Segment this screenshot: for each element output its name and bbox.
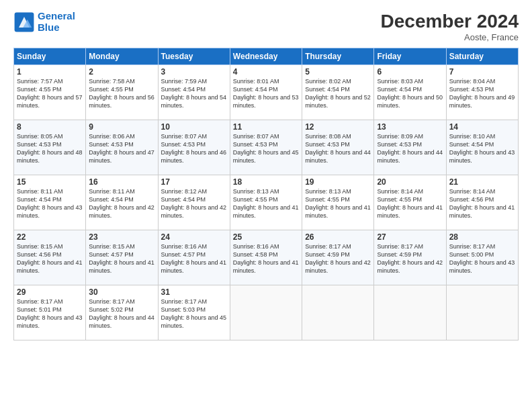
- cell-info: Sunrise: 8:09 AM Sunset: 4:53 PM Dayligh…: [377, 132, 443, 165]
- table-row: [230, 285, 302, 340]
- day-number: 3: [161, 67, 227, 77]
- calendar-table: Sunday Monday Tuesday Wednesday Thursday…: [13, 48, 519, 340]
- calendar-week-row: 8 Sunrise: 8:05 AM Sunset: 4:53 PM Dayli…: [14, 120, 519, 175]
- cell-info: Sunrise: 8:01 AM Sunset: 4:54 PM Dayligh…: [233, 77, 299, 110]
- cell-info: Sunrise: 7:59 AM Sunset: 4:54 PM Dayligh…: [161, 77, 227, 110]
- day-number: 6: [377, 67, 443, 77]
- calendar-week-row: 29 Sunrise: 8:17 AM Sunset: 5:01 PM Dayl…: [14, 285, 519, 340]
- day-number: 27: [377, 232, 443, 242]
- table-row: 29 Sunrise: 8:17 AM Sunset: 5:01 PM Dayl…: [14, 285, 86, 340]
- cell-info: Sunrise: 8:11 AM Sunset: 4:54 PM Dayligh…: [89, 187, 154, 220]
- table-row: 9 Sunrise: 8:06 AM Sunset: 4:53 PM Dayli…: [86, 120, 158, 175]
- col-friday: Friday: [374, 48, 446, 65]
- table-row: 22 Sunrise: 8:15 AM Sunset: 4:56 PM Dayl…: [14, 230, 86, 285]
- logo-line2: Blue: [38, 21, 60, 33]
- col-thursday: Thursday: [302, 48, 374, 65]
- cell-info: Sunrise: 8:03 AM Sunset: 4:54 PM Dayligh…: [377, 77, 443, 110]
- cell-info: Sunrise: 8:02 AM Sunset: 4:54 PM Dayligh…: [305, 77, 371, 110]
- cell-info: Sunrise: 8:17 AM Sunset: 5:03 PM Dayligh…: [161, 298, 227, 330]
- cell-info: Sunrise: 8:07 AM Sunset: 4:53 PM Dayligh…: [233, 132, 299, 165]
- cell-info: Sunrise: 8:14 AM Sunset: 4:55 PM Dayligh…: [377, 187, 443, 220]
- day-number: 30: [89, 287, 154, 297]
- table-row: 11 Sunrise: 8:07 AM Sunset: 4:53 PM Dayl…: [230, 120, 302, 175]
- table-row: 17 Sunrise: 8:12 AM Sunset: 4:54 PM Dayl…: [158, 175, 230, 230]
- day-number: 8: [17, 122, 83, 132]
- day-number: 23: [89, 232, 154, 242]
- cell-info: Sunrise: 8:12 AM Sunset: 4:54 PM Dayligh…: [161, 187, 227, 220]
- cell-info: Sunrise: 8:16 AM Sunset: 4:57 PM Dayligh…: [161, 242, 227, 275]
- table-row: 6 Sunrise: 8:03 AM Sunset: 4:54 PM Dayli…: [374, 65, 446, 120]
- day-number: 16: [89, 177, 154, 187]
- day-number: 28: [449, 232, 515, 242]
- day-number: 13: [377, 122, 443, 132]
- table-row: 26 Sunrise: 8:17 AM Sunset: 4:59 PM Dayl…: [302, 230, 374, 285]
- calendar-header-row: Sunday Monday Tuesday Wednesday Thursday…: [14, 48, 519, 65]
- table-row: 13 Sunrise: 8:09 AM Sunset: 4:53 PM Dayl…: [374, 120, 446, 175]
- day-number: 9: [89, 122, 154, 132]
- day-number: 12: [305, 122, 371, 132]
- cell-info: Sunrise: 8:08 AM Sunset: 4:53 PM Dayligh…: [305, 132, 371, 165]
- day-number: 22: [17, 232, 83, 242]
- table-row: 30 Sunrise: 8:17 AM Sunset: 5:02 PM Dayl…: [86, 285, 158, 340]
- table-row: 25 Sunrise: 8:16 AM Sunset: 4:58 PM Dayl…: [230, 230, 302, 285]
- cell-info: Sunrise: 8:15 AM Sunset: 4:56 PM Dayligh…: [17, 242, 83, 275]
- page: General Blue December 2024 Aoste, France…: [0, 0, 532, 411]
- day-number: 11: [233, 122, 299, 132]
- cell-info: Sunrise: 8:17 AM Sunset: 5:02 PM Dayligh…: [89, 298, 154, 330]
- calendar-week-row: 22 Sunrise: 8:15 AM Sunset: 4:56 PM Dayl…: [14, 230, 519, 285]
- table-row: 20 Sunrise: 8:14 AM Sunset: 4:55 PM Dayl…: [374, 175, 446, 230]
- day-number: 5: [305, 67, 371, 77]
- table-row: 5 Sunrise: 8:02 AM Sunset: 4:54 PM Dayli…: [302, 65, 374, 120]
- table-row: 3 Sunrise: 7:59 AM Sunset: 4:54 PM Dayli…: [158, 65, 230, 120]
- cell-info: Sunrise: 8:17 AM Sunset: 5:01 PM Dayligh…: [17, 298, 83, 330]
- day-number: 7: [449, 67, 515, 77]
- col-tuesday: Tuesday: [158, 48, 230, 65]
- table-row: 8 Sunrise: 8:05 AM Sunset: 4:53 PM Dayli…: [14, 120, 86, 175]
- day-number: 20: [377, 177, 443, 187]
- cell-info: Sunrise: 8:14 AM Sunset: 4:56 PM Dayligh…: [449, 187, 515, 220]
- day-number: 4: [233, 67, 299, 77]
- day-number: 15: [17, 177, 83, 187]
- cell-info: Sunrise: 8:05 AM Sunset: 4:53 PM Dayligh…: [17, 132, 83, 165]
- header: General Blue December 2024 Aoste, France: [13, 11, 519, 42]
- cell-info: Sunrise: 8:16 AM Sunset: 4:58 PM Dayligh…: [233, 242, 299, 275]
- table-row: 4 Sunrise: 8:01 AM Sunset: 4:54 PM Dayli…: [230, 65, 302, 120]
- cell-info: Sunrise: 8:07 AM Sunset: 4:53 PM Dayligh…: [161, 132, 227, 165]
- col-monday: Monday: [86, 48, 158, 65]
- day-number: 19: [305, 177, 371, 187]
- day-number: 31: [161, 287, 227, 297]
- day-number: 25: [233, 232, 299, 242]
- table-row: 31 Sunrise: 8:17 AM Sunset: 5:03 PM Dayl…: [158, 285, 230, 340]
- day-number: 1: [17, 67, 83, 77]
- table-row: 16 Sunrise: 8:11 AM Sunset: 4:54 PM Dayl…: [86, 175, 158, 230]
- day-number: 18: [233, 177, 299, 187]
- cell-info: Sunrise: 7:57 AM Sunset: 4:55 PM Dayligh…: [17, 77, 83, 110]
- month-title: December 2024: [381, 11, 519, 32]
- table-row: 15 Sunrise: 8:11 AM Sunset: 4:54 PM Dayl…: [14, 175, 86, 230]
- calendar-week-row: 15 Sunrise: 8:11 AM Sunset: 4:54 PM Dayl…: [14, 175, 519, 230]
- table-row: [446, 285, 518, 340]
- day-number: 24: [161, 232, 227, 242]
- table-row: 28 Sunrise: 8:17 AM Sunset: 5:00 PM Dayl…: [446, 230, 518, 285]
- day-number: 29: [17, 287, 83, 297]
- cell-info: Sunrise: 8:04 AM Sunset: 4:53 PM Dayligh…: [449, 77, 515, 110]
- col-sunday: Sunday: [14, 48, 86, 65]
- cell-info: Sunrise: 8:17 AM Sunset: 4:59 PM Dayligh…: [377, 242, 443, 275]
- table-row: [302, 285, 374, 340]
- cell-info: Sunrise: 8:15 AM Sunset: 4:57 PM Dayligh…: [89, 242, 154, 275]
- table-row: 24 Sunrise: 8:16 AM Sunset: 4:57 PM Dayl…: [158, 230, 230, 285]
- table-row: 7 Sunrise: 8:04 AM Sunset: 4:53 PM Dayli…: [446, 65, 518, 120]
- cell-info: Sunrise: 8:06 AM Sunset: 4:53 PM Dayligh…: [89, 132, 154, 165]
- logo-icon: [13, 11, 35, 33]
- table-row: 21 Sunrise: 8:14 AM Sunset: 4:56 PM Dayl…: [446, 175, 518, 230]
- table-row: 2 Sunrise: 7:58 AM Sunset: 4:55 PM Dayli…: [86, 65, 158, 120]
- col-wednesday: Wednesday: [230, 48, 302, 65]
- logo-line1: General: [38, 10, 75, 21]
- table-row: 14 Sunrise: 8:10 AM Sunset: 4:54 PM Dayl…: [446, 120, 518, 175]
- day-number: 21: [449, 177, 515, 187]
- cell-info: Sunrise: 8:10 AM Sunset: 4:54 PM Dayligh…: [449, 132, 515, 165]
- table-row: 18 Sunrise: 8:13 AM Sunset: 4:55 PM Dayl…: [230, 175, 302, 230]
- day-number: 2: [89, 67, 154, 77]
- day-number: 10: [161, 122, 227, 132]
- cell-info: Sunrise: 8:13 AM Sunset: 4:55 PM Dayligh…: [233, 187, 299, 220]
